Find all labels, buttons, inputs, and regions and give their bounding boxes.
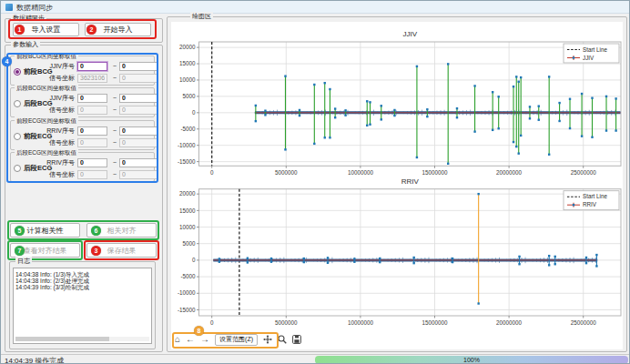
plot-border bbox=[199, 42, 622, 166]
set-range-button[interactable]: 设置范围(Z) bbox=[215, 334, 258, 346]
rriv-index-end-input[interactable] bbox=[119, 158, 158, 167]
range-tilde: ~ bbox=[113, 127, 117, 134]
jjiv-index-end-input[interactable] bbox=[119, 94, 158, 103]
svg-text:15000: 15000 bbox=[179, 207, 196, 214]
jjiv-index-end-input[interactable] bbox=[119, 62, 158, 71]
svg-text:RRIV: RRIV bbox=[583, 201, 597, 207]
save-result-button[interactable]: 保存结果 bbox=[86, 243, 157, 258]
window-title: 数据精同步 bbox=[16, 3, 53, 13]
field-label: JJIV序号 bbox=[38, 94, 75, 103]
svg-text:5000: 5000 bbox=[182, 93, 196, 99]
forward-icon[interactable]: → bbox=[200, 335, 209, 344]
title-bar[interactable]: 数据精同步 bbox=[1, 1, 630, 14]
signal-coord-end-input bbox=[119, 170, 158, 179]
field-label: 信号坐标 bbox=[38, 106, 75, 115]
field-label: RRIV序号 bbox=[38, 158, 75, 167]
correlation-align-button[interactable]: 相关对齐 bbox=[86, 223, 157, 238]
svg-text:Start Line: Start Line bbox=[583, 46, 607, 53]
svg-text:25000000: 25000000 bbox=[571, 319, 597, 326]
svg-text:15000000: 15000000 bbox=[422, 319, 448, 326]
zoom-icon[interactable] bbox=[278, 335, 287, 344]
rriv-index-start-input[interactable] bbox=[77, 158, 107, 167]
svg-text:-10000: -10000 bbox=[178, 289, 196, 296]
log-group-title: 日志 bbox=[15, 257, 32, 265]
chart-toolbar: ⌂ ← → 设置范围(Z) bbox=[171, 329, 623, 349]
radio-selected-icon bbox=[14, 68, 21, 76]
svg-text:JJIV: JJIV bbox=[583, 55, 594, 61]
svg-text:15000000: 15000000 bbox=[422, 169, 448, 176]
log-line: 14:04:38 Info: (1/3)导入完成 bbox=[14, 271, 151, 278]
range-tilde: ~ bbox=[113, 139, 117, 146]
back-icon[interactable]: ← bbox=[186, 335, 195, 344]
home-icon[interactable]: ⌂ bbox=[175, 335, 180, 344]
svg-text:25000000: 25000000 bbox=[571, 169, 597, 176]
errorbar-series-RRIV-outlier bbox=[477, 193, 479, 305]
jjiv-index-start-input[interactable] bbox=[77, 94, 107, 103]
radio-icon bbox=[14, 133, 21, 140]
view-align-result-button[interactable]: 查看对齐结果 bbox=[10, 243, 80, 258]
progress-value: 100% bbox=[463, 357, 480, 363]
plot-canvas[interactable]: 0500000010000000150000002000000025000000… bbox=[171, 22, 623, 349]
svg-text:10000: 10000 bbox=[179, 76, 196, 83]
field-label: RRIV序号 bbox=[38, 126, 75, 136]
range-tilde: ~ bbox=[113, 95, 117, 101]
jjiv-chart[interactable]: 0500000010000000150000002000000025000000… bbox=[178, 30, 621, 176]
app-icon bbox=[5, 4, 13, 11]
rriv-index-start-input[interactable] bbox=[77, 126, 107, 136]
svg-text:20000: 20000 bbox=[179, 44, 196, 50]
svg-text:10000000: 10000000 bbox=[348, 319, 374, 326]
signal-coord-start-input bbox=[77, 138, 107, 147]
field-label: 信号坐标 bbox=[38, 74, 75, 83]
svg-text:20000: 20000 bbox=[179, 190, 196, 197]
jjiv-index-start-input[interactable] bbox=[77, 62, 107, 71]
log-line: 14:04:39 Info: (3/3)绘制完成 bbox=[14, 284, 151, 290]
svg-text:0: 0 bbox=[210, 319, 214, 326]
signal-coord-end-input bbox=[119, 106, 158, 115]
svg-text:0: 0 bbox=[192, 257, 196, 263]
range-tilde: ~ bbox=[113, 171, 117, 177]
log-horizontal-scrollbar[interactable] bbox=[15, 337, 149, 341]
svg-text:-5000: -5000 bbox=[180, 126, 196, 132]
svg-text:-15000: -15000 bbox=[178, 158, 196, 165]
param-group-bcg-rear: 后段BCG区间坐标取值 后段BCG JJIV序号 ~ 信号坐标 ~ bbox=[10, 87, 155, 117]
grid bbox=[199, 189, 622, 316]
chart-legend: Start LineJJIV bbox=[564, 44, 619, 63]
signal-coord-start-input bbox=[77, 170, 107, 179]
param-group-title: 前段ECG区间坐标取值 bbox=[15, 116, 78, 125]
svg-text:5000000: 5000000 bbox=[275, 169, 298, 176]
svg-text:-10000: -10000 bbox=[178, 142, 196, 148]
signal-coord-end-input bbox=[119, 138, 158, 147]
chart-legend: Start LineRRIV bbox=[564, 191, 619, 210]
param-group-bcg-front: 前段BCG区间坐标取值 前段BCG JJIV序号 ~ 信号坐标 ~ bbox=[10, 56, 155, 86]
save-icon[interactable] bbox=[292, 335, 301, 344]
svg-text:5000: 5000 bbox=[182, 240, 196, 247]
svg-text:Start Line: Start Line bbox=[583, 193, 607, 199]
svg-text:15000: 15000 bbox=[179, 60, 196, 66]
radio-icon bbox=[14, 165, 21, 172]
svg-text:-5000: -5000 bbox=[180, 273, 196, 279]
signal-coord-start-input bbox=[77, 106, 107, 115]
start-import-button[interactable]: 开始导入 bbox=[85, 23, 151, 36]
svg-text:0: 0 bbox=[210, 169, 214, 176]
field-label: 信号坐标 bbox=[38, 170, 75, 179]
field-label: 信号坐标 bbox=[38, 138, 75, 147]
calc-correlation-button[interactable]: 计算相关性 bbox=[10, 223, 80, 238]
grid bbox=[199, 42, 622, 166]
svg-text:-15000: -15000 bbox=[178, 307, 196, 313]
data-band bbox=[255, 110, 620, 116]
sync-group-title: 数据精同步 bbox=[11, 14, 46, 22]
param-group-ecg-rear: 后段ECG区间坐标取值 后段ECG RRIV序号 ~ 信号坐标 ~ bbox=[10, 152, 155, 182]
pan-icon[interactable] bbox=[263, 335, 272, 344]
log-listbox[interactable]: 14:04:38 Info: (1/3)导入完成14:04:38 Info: (… bbox=[13, 268, 152, 344]
rriv-chart[interactable]: 0500000010000000150000002000000025000000… bbox=[178, 177, 621, 326]
status-message: 14:04:39 操作完成 bbox=[5, 356, 64, 364]
chart-title: JJIV bbox=[402, 30, 417, 38]
svg-text:20000000: 20000000 bbox=[496, 319, 523, 326]
log-scrollbar-thumb[interactable] bbox=[15, 337, 109, 341]
plot-border bbox=[199, 189, 622, 316]
field-label: JJIV序号 bbox=[38, 62, 75, 71]
import-settings-button[interactable]: 导入设置 bbox=[13, 23, 79, 36]
charts-svg[interactable]: 0500000010000000150000002000000025000000… bbox=[171, 22, 623, 329]
rriv-index-end-input[interactable] bbox=[119, 126, 158, 136]
range-tilde: ~ bbox=[113, 106, 117, 113]
